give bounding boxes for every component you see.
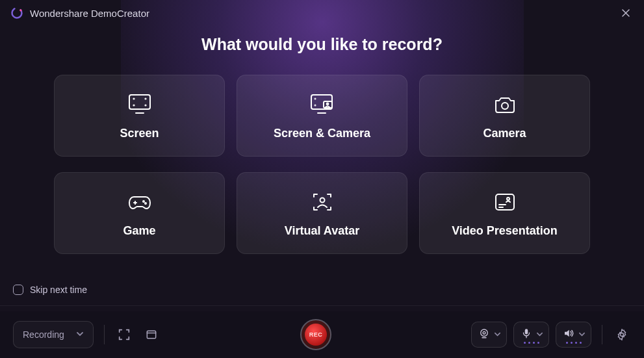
chevron-down-icon <box>578 329 586 340</box>
svg-point-28 <box>481 329 488 337</box>
svg-rect-31 <box>525 329 528 334</box>
option-screen-camera[interactable]: Screen & Camera <box>237 75 407 157</box>
option-label: Camera <box>483 127 526 140</box>
svg-point-1 <box>19 9 21 11</box>
presentation-icon <box>491 189 519 215</box>
app-name: Wondershare DemoCreator <box>30 8 149 19</box>
settings-button[interactable] <box>613 326 631 344</box>
microphone-icon <box>521 327 532 342</box>
option-label: Game <box>123 224 155 238</box>
option-camera[interactable]: Camera <box>419 75 590 157</box>
main-content: What would you like to record? Screen <box>0 26 644 254</box>
svg-point-6 <box>133 98 134 99</box>
skip-checkbox[interactable] <box>13 285 23 295</box>
svg-point-9 <box>145 105 146 105</box>
camera-icon <box>491 92 519 118</box>
record-button[interactable]: REC <box>300 319 331 350</box>
tab-label: Recording <box>23 329 64 340</box>
speaker-icon <box>563 327 574 342</box>
skip-next-time: Skip next time <box>13 285 87 295</box>
rec-label: REC <box>305 324 327 346</box>
option-game[interactable]: Game <box>54 172 225 254</box>
option-screen[interactable]: Screen <box>54 75 225 157</box>
option-label: Screen & Camera <box>274 127 370 140</box>
bottom-toolbar: Recording REC <box>0 311 644 358</box>
option-video-presentation[interactable]: Video Presentation <box>419 172 590 254</box>
crop-region-button[interactable] <box>115 326 133 344</box>
svg-point-8 <box>133 105 134 105</box>
chevron-down-icon <box>494 329 501 340</box>
webcam-icon <box>478 327 490 342</box>
page-title: What would you like to record? <box>16 35 628 54</box>
chevron-down-icon <box>76 329 84 340</box>
svg-point-12 <box>315 98 315 99</box>
svg-point-0 <box>10 6 23 19</box>
webcam-dropdown[interactable] <box>471 322 507 348</box>
separator <box>104 325 105 344</box>
option-label: Virtual Avatar <box>285 224 359 238</box>
svg-rect-26 <box>147 331 155 339</box>
svg-point-7 <box>145 98 146 99</box>
speaker-dropdown[interactable] <box>556 322 591 348</box>
option-label: Screen <box>120 127 159 140</box>
option-virtual-avatar[interactable]: Virtual Avatar <box>237 172 407 254</box>
window-select-button[interactable] <box>142 326 161 344</box>
screen-icon <box>126 92 153 118</box>
divider <box>0 305 644 306</box>
svg-point-21 <box>320 198 324 202</box>
tab-recording[interactable]: Recording <box>13 321 94 348</box>
svg-point-20 <box>145 203 146 204</box>
titlebar: Wondershare DemoCreator <box>0 0 644 26</box>
close-button[interactable] <box>618 5 634 21</box>
svg-point-23 <box>507 198 509 200</box>
screen-camera-icon <box>308 92 337 118</box>
avatar-scan-icon <box>309 189 336 215</box>
skip-label: Skip next time <box>30 285 87 295</box>
app-logo-icon <box>10 6 23 19</box>
svg-point-19 <box>143 201 144 202</box>
game-controller-icon <box>125 189 154 215</box>
svg-point-13 <box>315 105 315 105</box>
svg-point-29 <box>483 331 485 334</box>
record-options-grid: Screen Screen & Camera <box>16 75 628 254</box>
chevron-down-icon <box>536 329 543 340</box>
option-label: Video Presentation <box>452 224 558 238</box>
svg-point-16 <box>502 103 508 109</box>
separator <box>602 325 602 344</box>
svg-rect-4 <box>129 95 150 109</box>
microphone-dropdown[interactable] <box>513 322 549 348</box>
svg-point-33 <box>621 333 624 337</box>
